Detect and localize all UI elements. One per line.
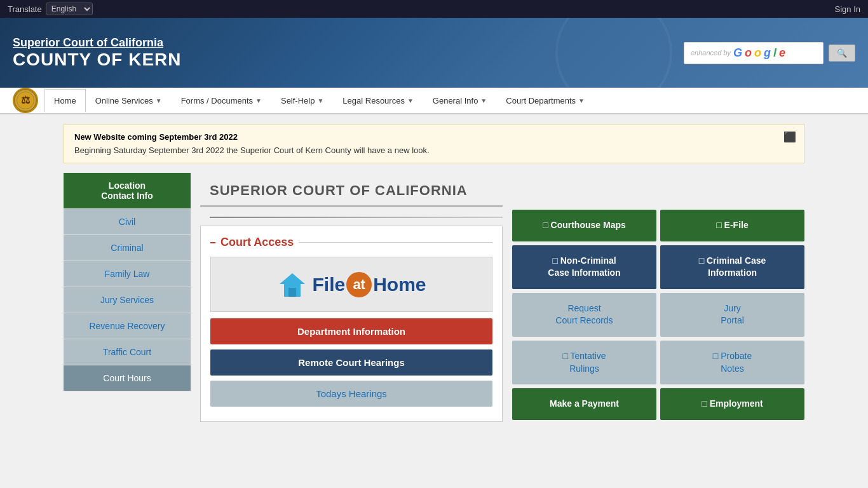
- chevron-down-icon-3: ▼: [317, 97, 323, 104]
- at-symbol: at: [346, 272, 372, 297]
- google-logo-rest: o: [745, 46, 752, 60]
- request-court-records-button[interactable]: Request Court Records: [512, 293, 656, 337]
- file-at-home-text: File at Home: [224, 270, 479, 299]
- language-select[interactable]: English Spanish: [46, 3, 93, 15]
- google-l: l: [773, 46, 776, 60]
- nav-general-info[interactable]: General Info ▼: [423, 89, 496, 112]
- tentative-rulings-button[interactable]: □ Tentative Rulings: [512, 341, 656, 384]
- google-search-box[interactable]: enhanced by Google: [684, 42, 824, 64]
- svg-text:⚖: ⚖: [21, 94, 31, 105]
- chevron-down-icon: ▼: [156, 97, 162, 104]
- sidebar-item-criminal[interactable]: Criminal: [64, 235, 191, 261]
- nav-home[interactable]: Home: [44, 89, 86, 112]
- file-at-home-banner[interactable]: File at Home: [210, 257, 492, 312]
- search-button[interactable]: 🔍: [829, 44, 855, 62]
- sidebar-item-family-law[interactable]: Family Law: [64, 261, 191, 287]
- announcement-banner: ⬛ New Website coming September 3rd 2022 …: [64, 124, 804, 163]
- translate-label: Translate: [8, 4, 42, 14]
- employment-button[interactable]: □ Employment: [660, 388, 804, 420]
- efile-button[interactable]: □ E-File: [660, 210, 804, 241]
- probate-notes-button[interactable]: □ Probate Notes: [660, 341, 804, 384]
- sidebar-item-revenue-recovery[interactable]: Revenue Recovery: [64, 313, 191, 339]
- sidebar-item-civil[interactable]: Civil: [64, 209, 191, 235]
- nav-legal-resources[interactable]: Legal Resources ▼: [333, 89, 423, 112]
- google-g2: g: [764, 46, 771, 60]
- sidebar-item-location-contact[interactable]: Location Contact Info: [64, 173, 191, 209]
- google-logo: G: [733, 46, 742, 60]
- nav-self-help[interactable]: Self-Help ▼: [271, 89, 333, 112]
- court-name-line2: COUNTY OF KERN: [13, 50, 182, 70]
- court-logo: ⚖: [13, 88, 38, 113]
- remote-court-hearings-button[interactable]: Remote Court Hearings: [210, 349, 492, 376]
- translate-area: Translate English Spanish: [8, 3, 93, 15]
- announcement-close-button[interactable]: ⬛: [783, 131, 796, 143]
- svg-rect-4: [288, 288, 296, 297]
- header-search: enhanced by Google 🔍: [684, 42, 855, 64]
- chevron-down-icon-6: ▼: [578, 97, 585, 104]
- file-text: File: [312, 274, 345, 295]
- home-text: Home: [373, 274, 426, 295]
- nav-forms-documents[interactable]: Forms / Documents ▼: [172, 89, 271, 112]
- jury-portal-button[interactable]: Jury Portal: [660, 293, 804, 337]
- google-e: e: [779, 46, 785, 60]
- criminal-case-info-button[interactable]: □ Criminal Case Information: [660, 245, 804, 289]
- chevron-down-icon-2: ▼: [255, 97, 262, 104]
- google-o2: o: [754, 46, 761, 60]
- nav-online-services[interactable]: Online Services ▼: [86, 89, 172, 112]
- court-access-title: Court Access: [210, 236, 492, 249]
- quick-links-grid: □ Courthouse Maps □ E-File □ Non-Crimina…: [512, 210, 804, 420]
- court-name-line1: Superior Court of California: [13, 36, 182, 50]
- sidebar-item-traffic-court[interactable]: Traffic Court: [64, 339, 191, 365]
- top-bar: Translate English Spanish Sign In: [0, 0, 868, 18]
- house-icon: [276, 270, 308, 299]
- sidebar-item-jury-services[interactable]: Jury Services: [64, 287, 191, 313]
- header: Superior Court of California COUNTY OF K…: [0, 18, 868, 88]
- page-title: SUPERIOR COURT OF CALIFORNIA: [200, 173, 503, 207]
- announcement-title: New Website coming September 3rd 2022: [74, 132, 794, 142]
- non-criminal-case-info-button[interactable]: □ Non-Criminal Case Information: [512, 245, 656, 289]
- court-access-container: Court Access File at Home Department Inf…: [200, 226, 503, 422]
- announcement-body: Beginning Saturday September 3rd 2022 th…: [74, 146, 794, 155]
- section-divider: [210, 217, 503, 218]
- main-content: Location Contact Info Civil Criminal Fam…: [64, 173, 804, 422]
- todays-hearings-button[interactable]: Todays Hearings: [210, 381, 492, 407]
- make-payment-button[interactable]: Make a Payment: [512, 388, 656, 420]
- sidebar-item-court-hours[interactable]: Court Hours: [64, 365, 191, 391]
- enhanced-by-label: enhanced by: [691, 49, 731, 57]
- department-info-button[interactable]: Department Information: [210, 318, 492, 344]
- sign-in-link[interactable]: Sign In: [835, 4, 860, 14]
- header-title: Superior Court of California COUNTY OF K…: [13, 36, 182, 70]
- chevron-down-icon-5: ▼: [480, 97, 487, 104]
- right-grid: □ Courthouse Maps □ E-File □ Non-Crimina…: [512, 173, 804, 422]
- center-content: SUPERIOR COURT OF CALIFORNIA Court Acces…: [191, 173, 512, 422]
- nav-court-departments[interactable]: Court Departments ▼: [496, 89, 594, 112]
- sidebar: Location Contact Info Civil Criminal Fam…: [64, 173, 191, 422]
- chevron-down-icon-4: ▼: [407, 97, 414, 104]
- courthouse-maps-button[interactable]: □ Courthouse Maps: [512, 210, 656, 241]
- nav-bar: ⚖ Home Online Services ▼ Forms / Documen…: [0, 88, 868, 114]
